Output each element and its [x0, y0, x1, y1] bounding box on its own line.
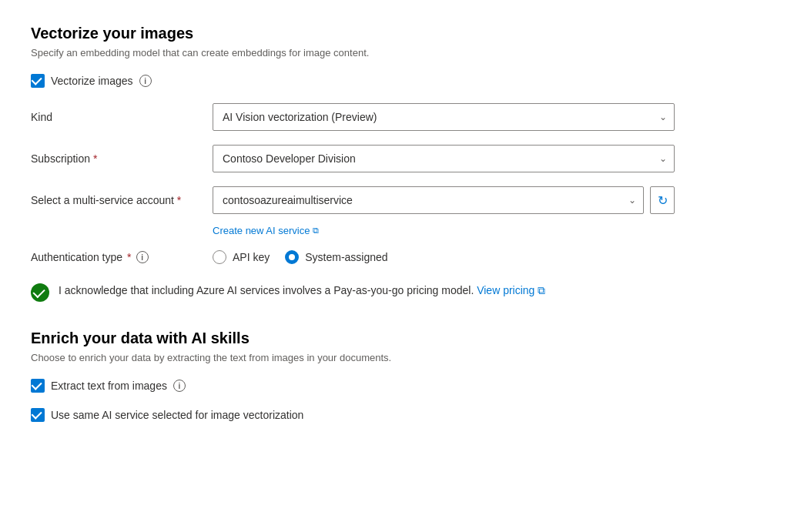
multi-service-row: Select a multi-service account * contoso… — [31, 186, 773, 214]
extract-text-label: Extract text from images — [51, 380, 167, 392]
auth-info-icon[interactable]: i — [136, 251, 149, 263]
same-service-checkbox-row: Use same AI service selected for image v… — [31, 408, 773, 422]
acknowledge-row: I acknowledge that including Azure AI se… — [31, 279, 773, 305]
refresh-icon: ↻ — [658, 193, 668, 208]
acknowledge-check-icon — [31, 283, 49, 302]
subscription-dropdown[interactable]: Contoso Developer Division — [213, 145, 675, 172]
auth-label-area: Authentication type * i — [31, 251, 200, 263]
subscription-required-star: * — [93, 152, 97, 165]
vectorize-images-checkbox-row: Vectorize images i — [31, 74, 773, 88]
view-pricing-text: View pricing — [477, 283, 534, 299]
subscription-row: Subscription * Contoso Developer Divisio… — [31, 145, 773, 172]
enrich-title: Enrich your data with AI skills — [31, 330, 773, 347]
vectorize-images-checkbox[interactable] — [31, 74, 45, 88]
multi-service-controls: contosoazureaimultiservice ⌄ ↻ — [213, 186, 675, 214]
system-assigned-label: System-assigned — [305, 251, 387, 263]
vectorize-subtitle: Specify an embedding model that can crea… — [31, 47, 773, 59]
acknowledge-text: I acknowledge that including Azure AI se… — [59, 283, 545, 299]
subscription-dropdown-container: Contoso Developer Division ⌄ — [213, 145, 675, 172]
create-link-text: Create new AI service — [213, 225, 310, 236]
view-pricing-link[interactable]: View pricing ⧉ — [477, 283, 545, 299]
same-service-label: Use same AI service selected for image v… — [51, 409, 303, 421]
vectorize-images-label: Vectorize images — [51, 75, 133, 87]
extract-text-info-icon[interactable]: i — [173, 380, 186, 392]
api-key-label: API key — [233, 251, 270, 263]
kind-label: Kind — [31, 111, 200, 123]
auth-required-star: * — [127, 251, 131, 263]
create-ai-service-link[interactable]: Create new AI service ⧉ — [213, 225, 319, 236]
system-assigned-radio-option[interactable]: System-assigned — [285, 250, 387, 264]
subscription-label: Subscription * — [31, 152, 200, 165]
external-link-icon: ⧉ — [313, 226, 319, 236]
extract-text-checkbox[interactable] — [31, 379, 45, 393]
create-link-row: Create new AI service ⧉ — [31, 220, 773, 236]
multi-service-dropdown-container: contosoazureaimultiservice ⌄ — [213, 186, 644, 214]
enrich-subtitle: Choose to enrich your data by extracting… — [31, 352, 773, 363]
enrich-section: Enrich your data with AI skills Choose t… — [31, 330, 773, 422]
multi-service-dropdown[interactable]: contosoazureaimultiservice — [213, 186, 644, 214]
vectorize-section: Vectorize your images Specify an embeddi… — [31, 25, 773, 305]
multi-service-required-star: * — [177, 194, 181, 206]
multi-service-label: Select a multi-service account * — [31, 194, 200, 206]
extract-text-checkbox-row: Extract text from images i — [31, 379, 773, 393]
kind-row: Kind AI Vision vectorization (Preview) A… — [31, 103, 773, 131]
api-key-radio-option[interactable]: API key — [213, 250, 270, 264]
same-service-checkbox[interactable] — [31, 408, 45, 422]
auth-radio-group: API key System-assigned — [213, 250, 388, 264]
auth-type-row: Authentication type * i API key System-a… — [31, 250, 773, 264]
vectorize-title: Vectorize your images — [31, 25, 773, 42]
refresh-button[interactable]: ↻ — [650, 186, 675, 214]
kind-dropdown[interactable]: AI Vision vectorization (Preview) Azure … — [213, 103, 675, 131]
system-assigned-radio-circle — [285, 250, 299, 264]
auth-type-label: Authentication type — [31, 251, 122, 263]
vectorize-images-info-icon[interactable]: i — [139, 75, 152, 87]
kind-dropdown-container: AI Vision vectorization (Preview) Azure … — [213, 103, 675, 131]
api-key-radio-circle — [213, 250, 226, 264]
view-pricing-external-icon: ⧉ — [538, 283, 545, 299]
